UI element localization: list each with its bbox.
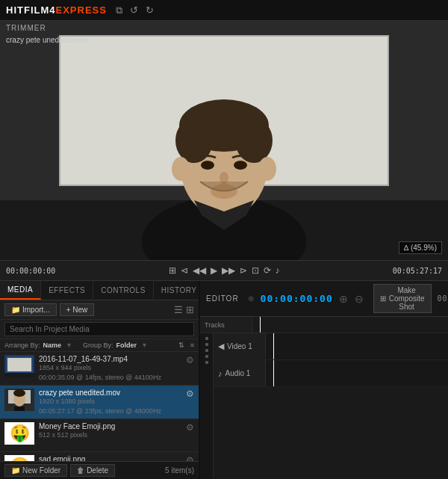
- video-track-name: Video 1: [227, 342, 252, 350]
- grid-view-btn[interactable]: ⊞: [186, 304, 194, 315]
- title-bar: HITFILM4EXPRESS ⧉ ↺ ↻: [0, 0, 448, 21]
- list-item[interactable]: crazy pete unedited.mov 1920 x 1080 pixe…: [0, 386, 199, 419]
- tracks-header: Tracks: [200, 317, 448, 333]
- step-fwd-btn[interactable]: ▶▶: [222, 265, 235, 276]
- file-meta-2: 00:05:27:17 @ 23fps, stereo @ 48000Hz: [39, 407, 181, 416]
- file-info: Money Face Emoji.png 512 x 512 pixels: [39, 422, 181, 440]
- playback-controls-bar: 00:00:00:00 ⊞ ⊲ ◀◀ ▶ ▶▶ ⊳ ⊡ ⟳ ♪ 00:05:27…: [0, 260, 448, 281]
- file-name-text: sad emoji.png: [39, 455, 181, 461]
- group-value[interactable]: Folder: [116, 342, 137, 349]
- video-track-icon: ◀: [218, 342, 224, 351]
- file-meta: 512 x 512 pixels: [39, 430, 181, 440]
- app-title: HITFILM4EXPRESS: [6, 4, 107, 16]
- arrange-bar: Arrange By: Name ▼ Group By: Folder ▼ ⇅ …: [0, 339, 199, 352]
- editor-timecode[interactable]: 00:00:00:00: [261, 293, 333, 304]
- add-track-icon[interactable]: ⊕: [339, 293, 349, 305]
- main-layout: TRIMMER crazy pete unedited.mov: [0, 21, 448, 479]
- remove-track-icon[interactable]: ⊖: [355, 293, 364, 305]
- sort-icon[interactable]: ⇅: [178, 342, 184, 349]
- list-item[interactable]: 2016-11-07_16-49-37.mp4 1854 x 944 pixel…: [0, 352, 199, 386]
- tab-controls[interactable]: CONTROLS: [93, 282, 154, 299]
- more-icon[interactable]: ≡: [190, 342, 194, 349]
- loop-btn[interactable]: ⟳: [264, 265, 271, 276]
- video-svg: [0, 21, 448, 260]
- gear-icon[interactable]: ⚙: [186, 422, 194, 433]
- video-frame: [0, 21, 448, 260]
- editor-label: EDITOR: [206, 294, 239, 303]
- file-thumbnail: 🤑: [4, 422, 34, 445]
- clip-end-btn[interactable]: ⊡: [252, 265, 259, 276]
- playback-buttons: ⊞ ⊲ ◀◀ ▶ ▶▶ ⊳ ⊡ ⟳ ♪: [169, 265, 280, 276]
- editor-panel: EDITOR ⊕ 00:00:00:00 ⊕ ⊖ ⊞ Make Composit…: [200, 281, 448, 479]
- video-track-content[interactable]: [266, 333, 448, 359]
- list-item[interactable]: 🤑 Money Face Emoji.png 512 x 512 pixels …: [0, 419, 199, 452]
- preview-file-name: crazy pete unedited.mov: [6, 36, 87, 44]
- playhead-video: [273, 333, 274, 359]
- copy-icon[interactable]: ⧉: [116, 4, 122, 16]
- gear-icon[interactable]: ⚙: [186, 455, 194, 461]
- delete-button[interactable]: 🗑 Delete: [70, 464, 115, 477]
- sidebar-dot-1: [205, 337, 208, 340]
- emoji-thumbnail: 🤑: [4, 422, 34, 445]
- tab-effects[interactable]: EFFECTS: [41, 282, 93, 299]
- composite-shot-button[interactable]: ⊞ Make Composite Shot: [373, 284, 432, 313]
- media-toolbar: 📁 Import... + New ☰ ⊞: [0, 300, 199, 320]
- svg-rect-19: [7, 358, 31, 371]
- prev-frame-btn[interactable]: ⊲: [181, 265, 188, 276]
- file-meta-2: 00:00:35:09 @ 14fps, stereo @ 44100Hz: [39, 373, 181, 383]
- arrange-separator: ▼: [66, 342, 72, 349]
- volume-btn[interactable]: ♪: [276, 265, 280, 276]
- file-name-text: crazy pete unedited.mov: [39, 389, 181, 397]
- delete-icon: 🗑: [77, 466, 84, 475]
- clip-start-btn[interactable]: ⊞: [169, 265, 176, 276]
- time-display-right: 00:05:27:17: [393, 267, 442, 275]
- view-toggle-buttons: ☰ ⊞: [174, 304, 194, 315]
- editor-body: ◀ Video 1 ♪ Audio 1: [200, 333, 448, 479]
- file-meta: 1854 x 944 pixels: [39, 363, 181, 373]
- arrange-label: Arrange By:: [4, 342, 40, 349]
- file-info: crazy pete unedited.mov 1920 x 1080 pixe…: [39, 389, 181, 415]
- video-track-row: ◀ Video 1: [214, 333, 448, 360]
- new-folder-button[interactable]: 📁 New Folder: [4, 464, 67, 477]
- play-btn[interactable]: ▶: [211, 265, 217, 276]
- panel-footer: 📁 New Folder 🗑 Delete 5 item(s): [0, 461, 199, 479]
- group-separator: ▼: [141, 342, 148, 349]
- audio-track-icon: ♪: [218, 369, 223, 378]
- search-input[interactable]: [4, 322, 194, 336]
- trimmer-label: TRIMMER: [6, 24, 46, 32]
- gear-icon[interactable]: ⚙: [186, 355, 194, 365]
- panel-tabs: MEDIA EFFECTS CONTROLS HISTORY ▶: [0, 281, 199, 300]
- tab-media[interactable]: MEDIA: [0, 281, 41, 300]
- svg-rect-10: [181, 133, 267, 148]
- sidebar-dot-4: [205, 355, 208, 358]
- import-button[interactable]: 📁 Import...: [4, 303, 57, 316]
- person-svg: [4, 389, 34, 411]
- app-name-hit: HITFILM4: [6, 4, 56, 16]
- list-item[interactable]: 😢 sad emoji.png 512 x 512 pixels ⚙: [0, 452, 199, 461]
- next-frame-btn[interactable]: ⊳: [240, 265, 247, 276]
- editor-duration: 00:01:00:00: [438, 294, 448, 303]
- file-name-text: 2016-11-07_16-49-37.mp4: [39, 355, 181, 363]
- folder-icon: 📁: [11, 306, 20, 314]
- list-view-btn[interactable]: ☰: [174, 304, 183, 315]
- bottom-section: MEDIA EFFECTS CONTROLS HISTORY ▶ 📁 Impor…: [0, 281, 448, 479]
- gear-icon[interactable]: ⚙: [186, 389, 194, 399]
- file-thumbnail: 😢: [4, 455, 34, 461]
- audio-track-content[interactable]: [266, 360, 448, 386]
- step-back-btn[interactable]: ◀◀: [193, 265, 206, 276]
- audio-track-row: ♪ Audio 1: [214, 360, 448, 387]
- track-label-col: Tracks: [200, 317, 252, 333]
- tab-history[interactable]: HISTORY: [154, 282, 205, 299]
- audio-track-name: Audio 1: [225, 369, 251, 377]
- new-button[interactable]: + New: [60, 303, 95, 316]
- item-count: 5 item(s): [165, 466, 194, 475]
- editor-sidebar: [200, 333, 214, 479]
- file-thumbnail: [4, 389, 34, 411]
- left-panel: MEDIA EFFECTS CONTROLS HISTORY ▶ 📁 Impor…: [0, 281, 200, 479]
- editor-header: EDITOR ⊕ 00:00:00:00 ⊕ ⊖ ⊞ Make Composit…: [200, 281, 448, 317]
- undo-icon[interactable]: ↺: [130, 4, 138, 16]
- timeline-header: [252, 317, 448, 333]
- arrange-value[interactable]: Name: [43, 342, 62, 349]
- title-icons: ⧉ ↺ ↻: [116, 4, 154, 16]
- redo-icon[interactable]: ↻: [146, 4, 154, 16]
